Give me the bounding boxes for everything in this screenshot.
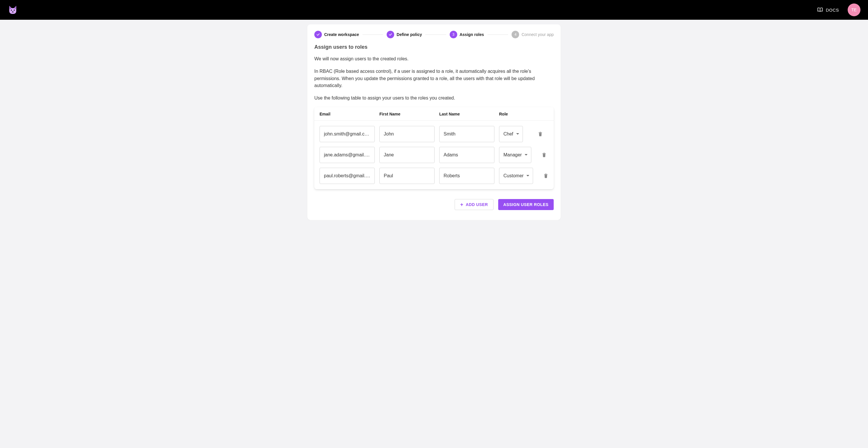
add-user-label: ADD USER <box>466 202 488 207</box>
docs-label: DOCS <box>826 7 839 12</box>
col-last-name: Last Name <box>439 112 499 116</box>
last-name-field[interactable] <box>439 126 494 142</box>
intro-paragraph-2: In RBAC (Role based access control), if … <box>314 68 554 90</box>
svg-rect-8 <box>545 174 547 174</box>
role-value: Manager <box>503 152 522 158</box>
book-icon <box>817 7 823 12</box>
avatar-initials: TE <box>851 7 857 12</box>
topbar: DOCS TE <box>0 0 868 20</box>
check-icon <box>314 31 322 38</box>
col-role: Role <box>499 112 532 116</box>
step-label: Connect your app <box>521 32 554 37</box>
assign-user-roles-button[interactable]: ASSIGN USER ROLES <box>498 199 554 210</box>
step-create-workspace[interactable]: Create workspace <box>314 31 359 38</box>
assign-label: ASSIGN USER ROLES <box>503 202 549 207</box>
svg-rect-5 <box>542 153 546 154</box>
table-body: ChefManagerCustomer <box>314 121 554 189</box>
col-email: Email <box>319 112 379 116</box>
step-label: Create workspace <box>324 32 359 37</box>
plus-icon: + <box>460 202 463 207</box>
page-title: Assign users to roles <box>314 44 554 50</box>
email-field[interactable] <box>319 168 375 184</box>
table-row: Manager <box>314 144 554 165</box>
add-user-button[interactable]: + ADD USER <box>455 199 493 210</box>
col-first-name: First Name <box>379 112 439 116</box>
app-logo[interactable] <box>7 5 18 15</box>
svg-rect-6 <box>544 152 545 153</box>
chevron-down-icon <box>516 133 519 135</box>
check-icon <box>386 31 394 38</box>
last-name-field[interactable] <box>439 147 494 163</box>
email-field[interactable] <box>319 126 375 142</box>
intro-paragraph-1: We will now assign users to the created … <box>314 56 554 63</box>
svg-rect-3 <box>538 132 542 133</box>
first-name-field[interactable] <box>379 126 435 142</box>
step-number-badge: 4 <box>512 31 519 38</box>
svg-rect-7 <box>544 174 548 175</box>
table-header: Email First Name Last Name Role <box>314 107 554 121</box>
trash-icon <box>543 173 549 179</box>
svg-point-0 <box>11 9 12 11</box>
chevron-down-icon <box>526 175 529 176</box>
svg-rect-4 <box>540 132 541 132</box>
stepper: Create workspace Define policy 3 Assign … <box>314 31 554 38</box>
first-name-field[interactable] <box>379 147 435 163</box>
users-table: Email First Name Last Name Role ChefMana… <box>314 107 554 189</box>
email-field[interactable] <box>319 147 375 163</box>
role-select[interactable]: Chef <box>499 126 523 142</box>
delete-row-button[interactable] <box>538 173 554 179</box>
trash-icon <box>541 152 547 158</box>
step-connect-your-app[interactable]: 4 Connect your app <box>512 31 554 38</box>
step-assign-roles[interactable]: 3 Assign roles <box>450 31 484 38</box>
delete-row-button[interactable] <box>536 152 552 158</box>
svg-point-1 <box>14 9 15 11</box>
role-select[interactable]: Manager <box>499 147 531 163</box>
first-name-field[interactable] <box>379 168 435 184</box>
role-value: Customer <box>503 173 524 178</box>
last-name-field[interactable] <box>439 168 494 184</box>
action-bar: + ADD USER ASSIGN USER ROLES <box>314 199 554 210</box>
wizard-card: Create workspace Define policy 3 Assign … <box>307 24 561 220</box>
intro-paragraph-3: Use the following table to assign your u… <box>314 95 554 102</box>
chevron-down-icon <box>525 154 528 156</box>
step-number-badge: 3 <box>450 31 457 38</box>
step-label: Define policy <box>397 32 422 37</box>
table-row: Customer <box>314 165 554 189</box>
delete-row-button[interactable] <box>532 131 549 137</box>
table-row: Chef <box>314 121 554 144</box>
topbar-right: DOCS TE <box>817 3 861 16</box>
role-value: Chef <box>503 132 513 137</box>
docs-link[interactable]: DOCS <box>817 7 839 12</box>
step-label: Assign roles <box>460 32 484 37</box>
step-define-policy[interactable]: Define policy <box>386 31 422 38</box>
svg-point-2 <box>12 11 13 12</box>
role-select[interactable]: Customer <box>499 168 533 184</box>
avatar[interactable]: TE <box>848 3 861 16</box>
dog-logo-icon <box>7 5 18 15</box>
trash-icon <box>538 131 543 137</box>
